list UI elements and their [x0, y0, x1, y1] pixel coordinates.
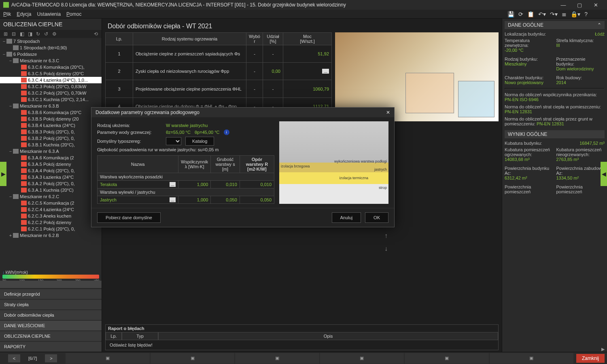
energy-unit: kWh/(m²rok) — [6, 270, 28, 275]
tree-row[interactable]: +Mieszkanie nr 6.2.B — [0, 232, 102, 239]
sync-icon[interactable]: ⟲ — [93, 31, 99, 37]
tool6-icon[interactable]: ↺ — [43, 31, 49, 37]
tree-row[interactable]: 6.3.A.4 Pokój (20°C), 0, — [0, 167, 102, 174]
tool7-icon[interactable]: ⚙ — [51, 31, 57, 37]
layers-table: Nazwa Współczynnikλ [W/m·K] Grubośćwarst… — [97, 155, 274, 204]
bottom-tabs: ▣ ▣ ▣ ▣ ▣ ▣ — [65, 353, 574, 364]
material-terakota[interactable]: Terakota ... — [98, 181, 178, 188]
tree-row[interactable]: 6.3.C.6 Komunikacja (20°C), — [0, 64, 102, 70]
material-jastrych[interactable]: Jastrych ... — [98, 196, 178, 204]
project-tree[interactable]: −7 Stropodach1 Stropodach (btr=0,90)−6 P… — [0, 38, 102, 269]
cancel-button[interactable]: Anuluj — [332, 212, 361, 223]
copy-icon[interactable]: 📋 — [527, 11, 534, 17]
tree-row[interactable]: 6.3.A.2 Pokój (20°C), 0, — [0, 180, 102, 187]
save-icon[interactable]: 💾 — [507, 11, 514, 17]
layer-diagram: wykończeniowa warstwa podłogi izolacja b… — [279, 121, 388, 204]
nav-straty[interactable]: Straty ciepła — [0, 300, 102, 309]
page-next[interactable]: > — [45, 354, 57, 362]
tree-row[interactable]: 6.3.A.3 Łazienka (24°C — [0, 174, 102, 180]
tab-2[interactable]: ▣ — [151, 353, 234, 364]
scroll-right-icon[interactable]: ▶ — [601, 347, 605, 352]
nav-dane[interactable]: DANE WEJŚCIOWE — [0, 321, 102, 330]
info-icon[interactable]: i — [224, 129, 229, 135]
right-panel: DANE OGÓLNE⌃ Lokalizacja budynku: Łódź T… — [502, 19, 607, 352]
tree-row[interactable]: 6.2.C.4 Łazienka (24°C — [0, 206, 102, 213]
prev-arrow[interactable]: ▶ — [0, 162, 6, 186]
nav-obliczenia[interactable]: OBLICZENIA CIEPLNE — [0, 331, 102, 341]
tree-row[interactable]: −Mieszkanie nr 6.3.C — [0, 57, 102, 64]
tree-row[interactable]: −6 Poddasze — [0, 51, 102, 57]
menu-settings[interactable]: Ustawienia — [37, 11, 61, 17]
nav-definicje[interactable]: Definicje przegród — [0, 289, 102, 299]
tree-row[interactable]: 6.2.C.3 Aneks kuchen — [0, 213, 102, 219]
page-prev[interactable]: < — [8, 354, 20, 362]
menu-help[interactable]: Pomoc — [66, 11, 81, 17]
tab-1[interactable]: ▣ — [66, 353, 149, 364]
tree-row[interactable]: 6.2.C.2 Pokój dzienny — [0, 219, 102, 226]
tree-row[interactable]: 6.3.C.5 Pokój dzienny (20°C — [0, 70, 102, 77]
nav-dobor[interactable]: Dobór odbiorników ciepła — [0, 310, 102, 320]
defaults-button[interactable]: Pobierz dane domyślne — [97, 212, 161, 223]
tab-4[interactable]: ▣ — [320, 353, 404, 364]
minimize-button[interactable]: — — [555, 0, 571, 10]
lock-icon[interactable]: 🔒▾ — [571, 11, 580, 17]
tree-row[interactable]: 6.2.C.1 Pokój (20°C), 0, — [0, 226, 102, 232]
typoszereg-select[interactable] — [166, 137, 181, 145]
section-dane-ogolne[interactable]: DANE OGÓLNE⌃ — [505, 21, 605, 29]
tree-row[interactable]: 6.3.A.5 Pokój dzienny — [0, 161, 102, 167]
tab-6[interactable]: ▣ — [490, 353, 573, 364]
katalog-button[interactable]: Katalog — [185, 137, 214, 146]
modal-title: Dodatkowe parametry ogrzewania podłogowe… — [96, 110, 200, 115]
section-wyniki[interactable]: WYNIKI OGÓLNE — [505, 130, 605, 138]
refresh-icon[interactable]: ⟳ — [518, 11, 523, 17]
tree-row[interactable]: −Mieszkanie nr 6.3.B — [0, 103, 102, 109]
tree-row[interactable]: 6.3.C.1 Kuchnia (20°C), 2,14... — [0, 96, 102, 103]
nav-raporty[interactable]: RAPORTY — [0, 342, 102, 351]
down-icon[interactable]: ↓ — [382, 245, 391, 254]
tool5-icon[interactable]: ↻ — [35, 31, 41, 37]
tree-row[interactable]: 6.3.B.5 Pokój dzienny (20 — [0, 116, 102, 122]
tree-row[interactable]: −Mieszkanie nr 6.3.A — [0, 148, 102, 154]
tree-row[interactable]: 1 Stropodach (btr=0,90) — [0, 44, 102, 51]
redo-icon[interactable]: ↷▾ — [550, 11, 558, 17]
menu-file[interactable]: Plik — [3, 11, 11, 17]
tab-5[interactable]: ▣ — [405, 353, 488, 364]
tree-row[interactable]: 6.3.B.6 Komunikacja (20°C — [0, 109, 102, 116]
left-panel-title: OBLICZENIA CIEPLNE — [0, 19, 102, 30]
edit-btn[interactable]: ... — [322, 69, 329, 74]
center-title: Dobór odbiorników ciepła - WT 2021 — [102, 19, 502, 32]
tree-row[interactable]: 6.3.C.4 Łazienka (24°C), 1,0... — [0, 77, 102, 83]
col-lp: Lp. — [106, 33, 133, 45]
tree-row[interactable]: 6.3.A.1 Kuchnia (20°C) — [0, 187, 102, 193]
tree-row[interactable]: −7 Stropodach — [0, 38, 102, 44]
expand-icon[interactable]: ⊞ — [2, 31, 9, 37]
tree-row[interactable]: 6.3.A.6 Komunikacja (2 — [0, 154, 102, 161]
menu-edit[interactable]: Edycja — [17, 11, 31, 17]
close-button[interactable]: ✕ — [588, 0, 604, 10]
tree-row[interactable]: 6.3.B.2 Pokój (20°C), 0, — [0, 135, 102, 142]
ok-button[interactable]: OK — [365, 212, 388, 223]
tree-row[interactable]: 6.2.C.5 Komunikacja (2 — [0, 200, 102, 206]
help-icon[interactable]: ? — [584, 11, 588, 17]
next-arrow[interactable]: ◀ — [601, 162, 607, 186]
tree-row[interactable]: 6.3.B.3 Pokój (20°C), 0, — [0, 129, 102, 135]
tree-row[interactable]: 6.3.B.4 Łazienka (24°C) — [0, 122, 102, 129]
tab-3[interactable]: ▣ — [235, 353, 319, 364]
undo-icon[interactable]: ↶▾ — [538, 11, 546, 17]
tool4-icon[interactable]: ◨ — [27, 31, 33, 37]
collapse-icon[interactable]: ⊟ — [11, 31, 17, 37]
tree-row[interactable]: 6.3.B.1 Kuchnia (20°C), — [0, 142, 102, 148]
up-icon[interactable]: ↑ — [382, 232, 391, 241]
tree-row[interactable]: 6.3.C.3 Pokój (20°C), 0,83kW — [0, 83, 102, 90]
tree-row[interactable]: −Mieszkanie nr 6.2.C — [0, 193, 102, 200]
close-app-button[interactable]: Zamknij — [576, 354, 605, 363]
tool3-icon[interactable]: ◧ — [19, 31, 25, 37]
energy-scale: ↓ kWh/(m²rok) 50100150200250>50 — [0, 269, 102, 280]
loc-label: Lokalizacja budynku: — [505, 32, 595, 36]
layers-icon[interactable]: ≣ — [562, 11, 567, 17]
modal-close-icon[interactable]: ✕ — [386, 110, 390, 115]
tree-row[interactable]: 6.3.C.2 Pokój (20°C), 0,70kW — [0, 90, 102, 96]
menu-bar: Plik Edycja Ustawienia Pomoc 💾 ⟳ 📋 ↶▾ ↷▾… — [0, 10, 607, 19]
maximize-button[interactable]: ▢ — [571, 0, 588, 10]
title-bar: ArCADia-TERMOCAD 8.0 Licencja dla: WEWNĘ… — [0, 0, 607, 10]
